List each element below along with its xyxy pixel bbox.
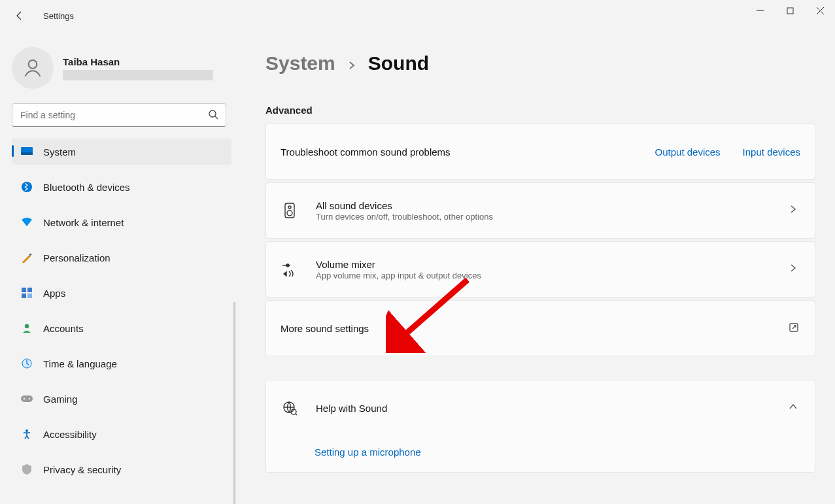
- svg-point-25: [286, 264, 289, 267]
- search-input[interactable]: [12, 103, 226, 127]
- card-troubleshoot: Troubleshoot common sound problems Outpu…: [265, 124, 815, 180]
- help-globe-icon: [281, 399, 299, 417]
- svg-point-23: [287, 210, 292, 216]
- svg-rect-13: [22, 294, 26, 298]
- accounts-icon: [21, 322, 33, 334]
- sidebar-item-privacy[interactable]: Privacy & security: [12, 456, 231, 482]
- user-name: Taiba Hasan: [63, 56, 213, 67]
- chevron-right-icon: [789, 205, 800, 216]
- card-help-with-sound[interactable]: Help with Sound: [265, 380, 815, 436]
- card-title: More sound settings: [281, 323, 369, 334]
- card-title: Help with Sound: [316, 403, 387, 414]
- window-controls: [745, 0, 835, 21]
- card-volume-mixer[interactable]: Volume mixer App volume mix, app input &…: [265, 241, 815, 297]
- card-title: Volume mixer: [316, 259, 481, 270]
- profile-block[interactable]: Taiba Hasan: [12, 44, 230, 101]
- svg-rect-1: [787, 8, 793, 14]
- sidebar-scrollbar[interactable]: [233, 302, 235, 504]
- card-title: Troubleshoot common sound problems: [281, 146, 451, 158]
- sidebar-item-label: Time & language: [43, 358, 117, 369]
- speaker-icon: [281, 201, 299, 220]
- sidebar-item-apps[interactable]: Apps: [12, 280, 231, 306]
- card-title: All sound devices: [316, 200, 493, 211]
- section-title-advanced: Advanced: [265, 105, 815, 116]
- sidebar-item-gaming[interactable]: Gaming: [12, 386, 231, 412]
- card-subtitle: Turn devices on/off, troubleshoot, other…: [316, 212, 493, 222]
- search-box[interactable]: [12, 103, 226, 127]
- maximize-button[interactable]: [775, 0, 805, 21]
- sidebar-item-network[interactable]: Network & internet: [12, 209, 231, 235]
- breadcrumb-parent[interactable]: System: [265, 52, 335, 75]
- main-content: System Sound Advanced Troubleshoot commo…: [235, 31, 835, 504]
- breadcrumb-current: Sound: [368, 52, 429, 75]
- personalization-icon: [21, 252, 33, 263]
- title-bar: Settings: [0, 0, 835, 31]
- breadcrumb: System Sound: [265, 52, 815, 75]
- svg-point-9: [22, 182, 32, 192]
- apps-icon: [21, 287, 33, 299]
- sidebar-item-bluetooth[interactable]: Bluetooth & devices: [12, 174, 231, 200]
- svg-line-6: [215, 116, 218, 119]
- sidebar-item-label: System: [43, 146, 76, 158]
- sidebar-item-time-language[interactable]: Time & language: [12, 350, 231, 377]
- card-all-sound-devices[interactable]: All sound devices Turn devices on/off, t…: [265, 182, 815, 239]
- chevron-up-icon: [789, 402, 800, 414]
- svg-point-4: [29, 60, 37, 69]
- svg-rect-8: [21, 152, 33, 155]
- link-setting-up-microphone[interactable]: Setting up a microphone: [315, 446, 421, 458]
- svg-point-5: [209, 110, 216, 117]
- card-more-sound-settings[interactable]: More sound settings: [265, 300, 815, 356]
- sidebar-item-label: Privacy & security: [43, 464, 121, 475]
- link-input-devices[interactable]: Input devices: [743, 146, 800, 158]
- svg-point-18: [24, 398, 25, 399]
- svg-rect-12: [27, 288, 32, 292]
- privacy-icon: [21, 463, 33, 475]
- volume-mixer-icon: [281, 260, 299, 278]
- sidebar: Taiba Hasan System Bluet: [0, 31, 235, 504]
- search-icon: [208, 109, 218, 122]
- open-external-icon: [789, 322, 800, 334]
- sidebar-item-system[interactable]: System: [12, 139, 231, 165]
- svg-point-15: [25, 324, 29, 328]
- svg-rect-14: [27, 294, 32, 298]
- sidebar-item-label: Accounts: [43, 323, 84, 334]
- link-output-devices[interactable]: Output devices: [655, 146, 721, 158]
- time-language-icon: [21, 358, 33, 369]
- sidebar-item-label: Gaming: [43, 394, 78, 405]
- sidebar-item-label: Personalization: [43, 252, 111, 263]
- svg-rect-17: [21, 395, 33, 402]
- minimize-button[interactable]: [745, 0, 775, 21]
- nav-list: System Bluetooth & devices Network & int…: [12, 139, 230, 482]
- sidebar-item-accounts[interactable]: Accounts: [12, 315, 231, 341]
- avatar: [12, 47, 54, 89]
- card-subtitle: App volume mix, app input & output devic…: [316, 271, 481, 280]
- chevron-right-icon: [789, 263, 800, 275]
- close-button[interactable]: [805, 0, 835, 21]
- sidebar-item-label: Network & internet: [43, 217, 124, 228]
- chevron-right-icon: [347, 52, 356, 75]
- sidebar-item-accessibility[interactable]: Accessibility: [12, 421, 231, 447]
- svg-rect-11: [22, 288, 26, 292]
- app-title: Settings: [43, 11, 74, 21]
- accessibility-icon: [21, 428, 33, 440]
- gaming-icon: [21, 393, 33, 405]
- network-icon: [21, 216, 33, 228]
- user-subtitle-redacted: [63, 70, 213, 80]
- svg-point-19: [29, 398, 30, 399]
- svg-line-29: [296, 414, 297, 415]
- svg-point-22: [288, 206, 291, 209]
- sidebar-item-personalization[interactable]: Personalization: [12, 244, 231, 271]
- help-sub-panel: Setting up a microphone: [265, 433, 815, 473]
- sidebar-item-label: Apps: [43, 288, 65, 299]
- svg-point-20: [26, 429, 28, 432]
- sidebar-item-label: Bluetooth & devices: [43, 182, 130, 193]
- system-icon: [21, 146, 33, 158]
- sidebar-item-label: Accessibility: [43, 429, 97, 440]
- back-button[interactable]: [7, 3, 33, 29]
- bluetooth-icon: [21, 181, 33, 193]
